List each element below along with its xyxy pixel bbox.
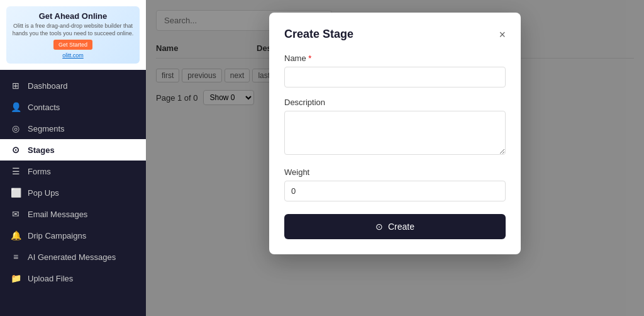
sidebar-item-label-upload-files: Upload Files: [28, 274, 73, 283]
sidebar-item-label-popups: Pop Ups: [28, 188, 59, 198]
sidebar-item-segments[interactable]: ◎ Segments: [0, 118, 146, 139]
sidebar-item-label-ai-messages: AI Generated Messages: [28, 252, 116, 262]
ad-description: Olitt is a free drag-and-drop website bu…: [11, 23, 135, 37]
sidebar-item-dashboard[interactable]: ⊞ Dashboard: [0, 75, 146, 96]
modal-close-button[interactable]: ×: [499, 29, 506, 40]
sidebar-item-upload-files[interactable]: 📁 Upload Files: [0, 268, 146, 289]
upload-files-icon: 📁: [10, 273, 21, 283]
sidebar-item-label-dashboard: Dashboard: [28, 81, 68, 91]
ad-get-started-button[interactable]: Get Started: [53, 40, 92, 50]
create-stage-modal: Create Stage × Name * Description Weight…: [269, 13, 521, 254]
sidebar-item-label-segments: Segments: [28, 124, 65, 133]
sidebar-item-contacts[interactable]: 👤 Contacts: [0, 96, 146, 118]
forms-icon: ☰: [10, 166, 21, 176]
sidebar-item-ai-messages[interactable]: ≡ AI Generated Messages: [0, 246, 146, 268]
weight-label: Weight: [284, 167, 506, 177]
form-group-description: Description: [284, 98, 506, 157]
contacts-icon: 👤: [10, 102, 21, 112]
create-button-icon: ⊙: [375, 222, 383, 232]
sidebar: Get Ahead Online Olitt is a free drag-an…: [0, 0, 146, 316]
sidebar-item-email-messages[interactable]: ✉ Email Messages: [0, 203, 146, 225]
modal-title: Create Stage: [284, 28, 353, 41]
sidebar-item-stages[interactable]: ⊙ Stages: [0, 139, 146, 161]
name-required: *: [308, 54, 311, 63]
modal-header: Create Stage ×: [284, 28, 506, 41]
ad-link[interactable]: olitt.com: [11, 52, 135, 59]
sidebar-item-drip-campaigns[interactable]: 🔔 Drip Campaigns: [0, 225, 146, 246]
sidebar-item-label-email-messages: Email Messages: [28, 210, 87, 219]
form-group-name: Name *: [284, 54, 506, 87]
create-button-label: Create: [388, 222, 414, 232]
email-messages-icon: ✉: [10, 209, 21, 219]
popups-icon: ⬜: [10, 188, 21, 198]
create-stage-button[interactable]: ⊙ Create: [284, 214, 506, 239]
sidebar-nav: ⊞ Dashboard 👤 Contacts ◎ Segments ⊙ Stag…: [0, 70, 146, 316]
modal-overlay: Create Stage × Name * Description Weight…: [146, 0, 644, 316]
sidebar-item-label-drip-campaigns: Drip Campaigns: [28, 231, 86, 240]
name-input[interactable]: [284, 67, 506, 87]
stages-icon: ⊙: [10, 145, 21, 155]
sidebar-ad-banner: Get Ahead Online Olitt is a free drag-an…: [0, 0, 146, 70]
description-textarea[interactable]: [284, 111, 506, 155]
description-label: Description: [284, 98, 506, 107]
ad-title: Get Ahead Online: [11, 11, 135, 21]
ad-content: Get Ahead Online Olitt is a free drag-an…: [6, 6, 140, 64]
sidebar-item-forms[interactable]: ☰ Forms: [0, 161, 146, 182]
weight-input[interactable]: [284, 181, 506, 201]
segments-icon: ◎: [10, 123, 21, 133]
drip-campaigns-icon: 🔔: [10, 230, 21, 240]
sidebar-item-label-contacts: Contacts: [28, 103, 60, 112]
dashboard-icon: ⊞: [10, 81, 21, 91]
ai-messages-icon: ≡: [10, 252, 21, 262]
form-group-weight: Weight: [284, 167, 506, 201]
sidebar-item-label-stages: Stages: [28, 145, 55, 155]
sidebar-item-popups[interactable]: ⬜ Pop Ups: [0, 182, 146, 203]
main-content: Name Description first previous next las…: [146, 0, 644, 316]
name-label: Name *: [284, 54, 506, 63]
sidebar-item-label-forms: Forms: [28, 167, 51, 176]
